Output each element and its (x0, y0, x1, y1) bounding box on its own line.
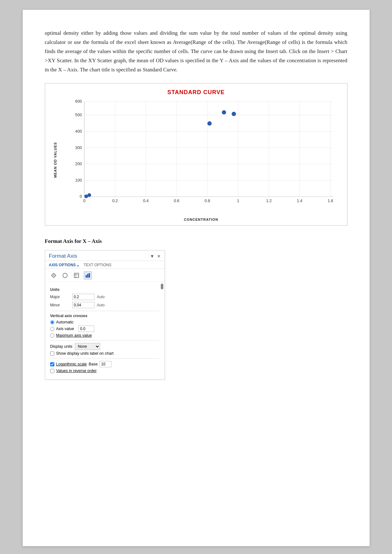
chart-svg: 0 100 200 300 400 500 600 0 0.2 0.4 0.6 … (61, 98, 341, 215)
data-point (87, 193, 91, 197)
format-axis-panel: Format Axis ▼ ✕ AXIS OPTIONS ▾ TEXT OPTI… (45, 250, 165, 380)
format-axis-heading: Format Axis for X – Axis (45, 238, 347, 244)
values-reverse-checkbox[interactable] (50, 369, 54, 373)
chart-inner: 0 100 200 300 400 500 600 0 0.2 0.4 0.6 … (61, 98, 341, 221)
panel-header: Format Axis ▼ ✕ (45, 250, 165, 261)
chart-container: STANDARD CURVE MEAN OD VALUES (45, 83, 347, 226)
svg-text:100: 100 (75, 178, 82, 183)
log-scale-base-label: Base (89, 362, 98, 366)
radio-automatic-label: Automatic (56, 320, 74, 324)
chart-svg-wrap: 0 100 200 300 400 500 600 0 0.2 0.4 0.6 … (61, 98, 341, 216)
panel-tabs: AXIS OPTIONS ▾ TEXT OPTIONS (45, 261, 165, 269)
svg-marker-35 (52, 274, 55, 277)
major-row: Major Auto (50, 294, 160, 300)
display-units-select[interactable]: None Hundreds Thousands Millions (75, 343, 100, 350)
svg-text:300: 300 (75, 146, 82, 150)
radio-max-axis-label: Maximum axis value (56, 333, 92, 338)
units-label: Units (50, 287, 160, 292)
minor-input[interactable] (72, 302, 94, 308)
svg-text:0: 0 (80, 195, 82, 199)
radio-max-axis-input[interactable] (50, 334, 54, 338)
y-axis-label: MEAN OD VALUES (53, 142, 57, 178)
major-input[interactable] (72, 294, 94, 300)
radio-axis-value: Axis value (50, 326, 160, 332)
size-icon-btn[interactable] (72, 271, 81, 280)
body-text: optimal density either by adding those v… (45, 29, 347, 74)
panel-icons-row (45, 269, 165, 282)
scroll-indicator (161, 284, 163, 289)
radio-axis-value-label: Axis value (56, 327, 74, 331)
log-scale-checkbox[interactable] (50, 362, 54, 366)
divider2 (50, 340, 160, 340)
chart-area: MEAN OD VALUES (51, 98, 341, 221)
tab-text-options[interactable]: TEXT OPTIONS (84, 263, 112, 268)
radio-automatic-input[interactable] (50, 320, 54, 324)
log-scale-base-input[interactable] (100, 361, 112, 367)
svg-text:0: 0 (83, 199, 85, 203)
svg-rect-42 (89, 273, 90, 278)
data-point (222, 110, 226, 115)
svg-text:1.6: 1.6 (328, 199, 333, 203)
axis-options-icon-btn[interactable] (84, 271, 92, 280)
svg-text:0.8: 0.8 (204, 199, 210, 203)
chart-title: STANDARD CURVE (51, 89, 341, 96)
svg-text:200: 200 (75, 162, 82, 166)
svg-text:0.2: 0.2 (112, 199, 118, 203)
show-display-units-row: Show display units label on chart (50, 351, 160, 356)
minor-row: Minor Auto (50, 302, 160, 308)
display-units-row: Display units None Hundreds Thousands Mi… (50, 343, 160, 350)
panel-header-icons: ▼ ✕ (150, 254, 161, 259)
values-reverse-row: Values in reverse order (50, 369, 160, 373)
show-display-units-checkbox[interactable] (50, 352, 54, 356)
svg-text:0.6: 0.6 (174, 199, 179, 203)
effects-icon-btn[interactable] (61, 271, 69, 280)
log-scale-label: Logarithmic scale (56, 362, 87, 366)
fill-icon-btn[interactable] (50, 271, 58, 280)
page: optimal density either by adding those v… (22, 9, 370, 546)
close-icon[interactable]: ✕ (157, 254, 161, 259)
axis-value-input[interactable] (78, 326, 94, 332)
svg-text:600: 600 (75, 99, 82, 104)
vertical-axis-label: Vertical axis crosses (50, 314, 160, 318)
svg-point-36 (63, 273, 67, 278)
dropdown-icon[interactable]: ▼ (150, 254, 154, 259)
svg-text:1.4: 1.4 (297, 199, 302, 203)
data-point (207, 121, 212, 126)
values-reverse-label: Values in reverse order (56, 369, 97, 373)
svg-text:500: 500 (75, 113, 82, 117)
divider1 (50, 311, 160, 311)
radio-max-axis: Maximum axis value (50, 333, 160, 338)
svg-rect-37 (74, 273, 79, 278)
minor-label: Minor (50, 303, 72, 307)
panel-body: Units Major Auto Minor Auto Vertical axi… (45, 282, 165, 379)
panel-title: Format Axis (49, 253, 77, 259)
svg-text:1.2: 1.2 (266, 199, 272, 203)
tab-axis-options[interactable]: AXIS OPTIONS (49, 263, 76, 268)
major-label: Major (50, 295, 72, 299)
svg-rect-41 (87, 274, 88, 278)
data-point (232, 112, 236, 116)
log-scale-row: Logarithmic scale Base (50, 361, 160, 367)
divider3 (50, 358, 160, 358)
y-axis-label-container: MEAN OD VALUES (51, 98, 60, 221)
radio-axis-value-input[interactable] (50, 327, 54, 331)
tab-axis-options-arrow[interactable]: ▾ (77, 264, 79, 268)
major-auto: Auto (97, 295, 105, 299)
x-axis-label: CONCENTRATION (61, 218, 341, 221)
minor-auto: Auto (97, 303, 105, 307)
svg-text:1: 1 (237, 199, 239, 203)
display-units-label: Display units (50, 344, 73, 349)
svg-text:0.4: 0.4 (143, 199, 148, 203)
svg-rect-40 (86, 275, 87, 278)
svg-text:400: 400 (75, 129, 82, 134)
radio-automatic: Automatic (50, 320, 160, 324)
show-display-units-label: Show display units label on chart (56, 351, 114, 356)
